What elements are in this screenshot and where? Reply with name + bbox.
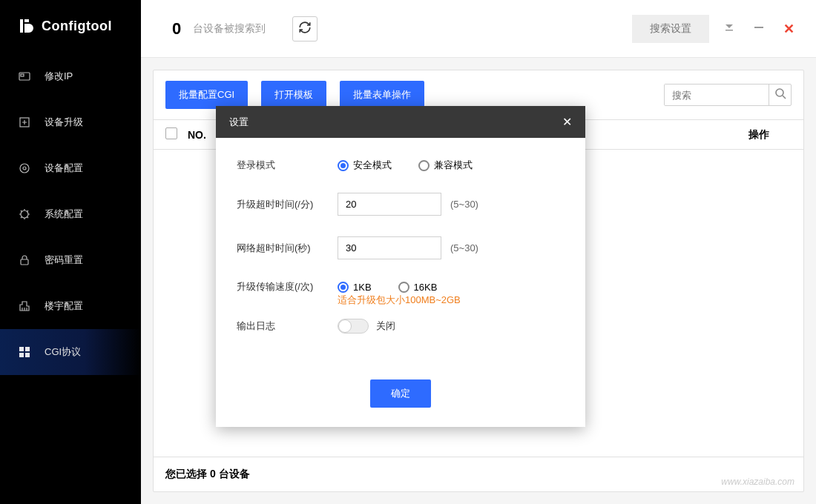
batch-form-button[interactable]: 批量表单操作 <box>340 81 424 109</box>
minimize-button[interactable] <box>749 19 769 39</box>
search-box <box>664 84 792 106</box>
upgrade-timeout-label: 升级超时时间(/分) <box>237 198 338 211</box>
sidebar-item-label: 修改IP <box>45 70 73 83</box>
open-template-button[interactable]: 打开模板 <box>261 81 326 109</box>
lock-icon <box>18 253 31 267</box>
sidebar-item-modify-ip[interactable]: 修改IP <box>0 53 141 99</box>
building-icon <box>18 299 31 313</box>
refresh-button[interactable] <box>292 16 317 42</box>
search-settings-button[interactable]: 搜索设置 <box>632 15 709 43</box>
sidebar-item-label: 系统配置 <box>45 208 83 221</box>
svg-rect-7 <box>19 347 24 351</box>
svg-rect-8 <box>25 347 30 351</box>
device-count: 0 <box>172 19 181 39</box>
minimize-icon <box>754 22 764 36</box>
window-close-button[interactable]: ✕ <box>779 19 798 39</box>
network-timeout-label: 网络超时时间(秒) <box>237 242 338 255</box>
sidebar-item-cgi-protocol[interactable]: CGI协议 <box>0 329 141 375</box>
login-mode-label: 登录模式 <box>237 159 338 172</box>
sidebar-item-building-config[interactable]: 楼宇配置 <box>0 283 141 329</box>
radio-label: 兼容模式 <box>434 159 473 172</box>
speed-1kb-radio[interactable]: 1KB <box>338 282 372 293</box>
svg-rect-12 <box>754 27 763 28</box>
network-timeout-hint: (5~30) <box>450 242 478 253</box>
brand-logo-icon <box>15 16 34 36</box>
speed-label: 升级传输速度(/次) <box>237 280 338 294</box>
sidebar-item-label: 设备配置 <box>45 162 83 175</box>
dropdown-button[interactable] <box>720 19 739 39</box>
close-icon: ✕ <box>783 21 794 37</box>
svg-point-4 <box>23 167 26 170</box>
radio-unchecked-icon <box>418 160 430 171</box>
sidebar-item-system-config[interactable]: 系统配置 <box>0 191 141 237</box>
sidebar-item-device-upgrade[interactable]: 设备升级 <box>0 99 141 145</box>
refresh-icon <box>298 21 312 37</box>
search-icon <box>774 87 786 102</box>
speed-16kb-radio[interactable]: 16KB <box>398 282 438 293</box>
sidebar-item-label: 设备升级 <box>45 116 83 129</box>
svg-rect-9 <box>19 353 24 357</box>
dialog-title: 设置 <box>229 116 249 129</box>
dialog-close-button[interactable]: ✕ <box>562 115 572 129</box>
batch-cgi-button[interactable]: 批量配置CGI <box>165 81 248 109</box>
speed-hint: 适合升级包大小100MB~2GB <box>338 294 565 307</box>
sidebar-item-password-reset[interactable]: 密码重置 <box>0 237 141 283</box>
system-config-icon <box>18 208 31 221</box>
device-config-icon <box>18 162 31 175</box>
upgrade-icon <box>18 116 31 129</box>
svg-point-13 <box>776 89 783 96</box>
log-toggle[interactable] <box>338 319 369 334</box>
selected-suffix: 台设备 <box>216 468 250 480</box>
device-count-label: 台设备被搜索到 <box>193 22 266 36</box>
grid-icon <box>18 345 31 359</box>
confirm-button[interactable]: 确定 <box>370 379 431 408</box>
brand: Configtool <box>0 0 141 53</box>
selection-footer: 您已选择 0 台设备 <box>154 457 803 491</box>
sidebar-item-label: CGI协议 <box>45 345 81 359</box>
svg-rect-1 <box>21 74 24 76</box>
ip-icon <box>18 70 31 83</box>
radio-checked-icon <box>338 160 349 171</box>
dropdown-icon <box>724 22 734 36</box>
selected-count: 0 <box>210 468 216 480</box>
select-all-checkbox[interactable] <box>165 127 177 139</box>
radio-unchecked-icon <box>398 282 409 293</box>
log-toggle-state: 关闭 <box>376 319 395 333</box>
topbar: 0 台设备被搜索到 搜索设置 ✕ <box>141 0 816 58</box>
log-label: 输出日志 <box>237 319 338 333</box>
radio-label: 16KB <box>414 282 438 293</box>
upgrade-timeout-input[interactable] <box>338 193 441 216</box>
dialog-header: 设置 ✕ <box>216 106 585 138</box>
search-input[interactable] <box>665 84 769 105</box>
selected-prefix: 您已选择 <box>165 468 210 480</box>
settings-dialog: 设置 ✕ 登录模式 安全模式 <box>216 106 585 427</box>
upgrade-timeout-hint: (5~30) <box>450 199 478 210</box>
sidebar-item-device-config[interactable]: 设备配置 <box>0 145 141 191</box>
svg-rect-11 <box>725 30 733 31</box>
radio-label: 安全模式 <box>353 159 392 172</box>
network-timeout-input[interactable] <box>338 236 441 259</box>
sidebar-item-label: 楼宇配置 <box>45 299 83 313</box>
login-mode-compat-radio[interactable]: 兼容模式 <box>418 159 473 172</box>
column-operation: 操作 <box>748 128 769 142</box>
sidebar-item-label: 密码重置 <box>45 253 83 267</box>
radio-label: 1KB <box>353 282 372 293</box>
login-mode-safe-radio[interactable]: 安全模式 <box>338 159 392 172</box>
svg-rect-10 <box>25 353 30 357</box>
search-button[interactable] <box>769 84 791 106</box>
brand-name: Configtool <box>42 19 112 34</box>
svg-point-3 <box>20 164 29 173</box>
close-icon: ✕ <box>562 116 572 128</box>
svg-rect-6 <box>21 259 28 265</box>
radio-checked-icon <box>338 282 349 293</box>
toggle-knob-icon <box>338 319 352 333</box>
